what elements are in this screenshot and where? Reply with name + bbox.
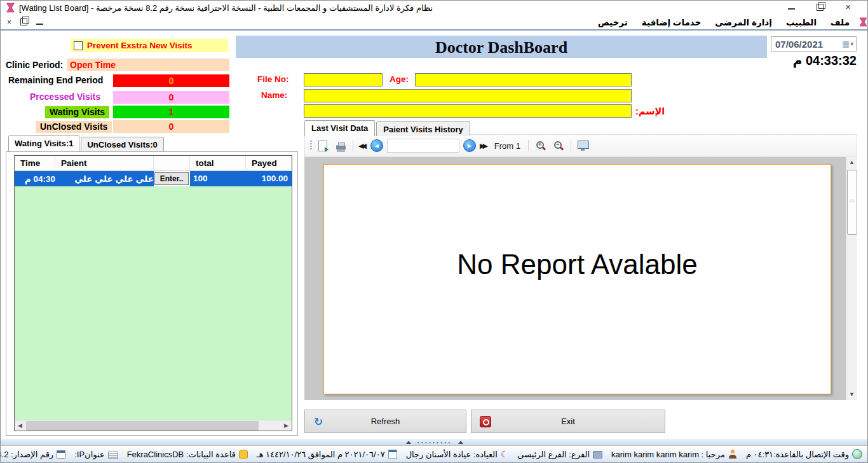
enter-visit-button[interactable]: Enter.. xyxy=(154,172,189,185)
status-ip-address: عنوانIP: xyxy=(74,450,118,459)
title-bar: [Wating List Board] - نظام فكرة لادارة ا… xyxy=(1,1,867,15)
menu-file[interactable]: ملف xyxy=(824,16,857,29)
window-title: [Wating List Board] - نظام فكرة لادارة ا… xyxy=(19,3,433,13)
collapse-arrow-icon xyxy=(458,441,463,444)
mdi-close-button[interactable]: × xyxy=(7,16,11,29)
menu-license[interactable]: ترخيص xyxy=(591,16,635,29)
cell-total[interactable]: 100 xyxy=(190,171,246,186)
file-no-label: File No: xyxy=(257,74,289,84)
waiting-visits-value: 1 xyxy=(113,106,229,118)
prevent-extra-visits-row: Prevent Exstra New Visits xyxy=(71,39,228,52)
minimize-button[interactable] xyxy=(788,1,795,15)
tab-waiting-visits[interactable]: Wating Visits:1 xyxy=(8,135,79,151)
cell-visit-time[interactable]: 04:30 م xyxy=(15,171,55,186)
remaining-end-period-label: Remaining End Period xyxy=(8,75,103,85)
status-version: رقم الإصدار: 8.2 xyxy=(0,450,65,459)
mdi-restore-button[interactable] xyxy=(20,15,27,29)
export-report-button[interactable] xyxy=(316,139,330,153)
page-title: Doctor DashBoard xyxy=(236,36,767,58)
col-header-action xyxy=(154,156,190,171)
last-page-button[interactable]: ▶▶ xyxy=(480,142,488,150)
tab-unclosed-visits[interactable]: UnClosed Visits:0 xyxy=(81,137,163,151)
next-page-button[interactable]: ▶ xyxy=(463,139,476,152)
remaining-end-period-value: 0 xyxy=(113,74,229,87)
prevent-extra-visits-label: Prevent Exstra New Visits xyxy=(87,41,193,50)
clinic-period-value: Open Time xyxy=(67,59,229,71)
tab-patient-visits-history[interactable]: Paient Visits History xyxy=(376,121,470,136)
scroll-left-arrow[interactable]: ◀ xyxy=(15,420,25,431)
table-empty-body xyxy=(15,186,292,420)
splitter-handle[interactable]: ......... xyxy=(377,439,492,445)
col-header-payed: Payed xyxy=(246,156,292,171)
printer-icon xyxy=(336,145,346,149)
no-report-message: No Report Avalable xyxy=(324,249,831,280)
status-clinic: ☾ العياده: عيادة الأسنان رجال xyxy=(406,450,509,459)
app-hourglass-icon xyxy=(6,3,15,13)
table-horizontal-scrollbar[interactable]: ◀ ▶ xyxy=(15,420,292,431)
date-value: 07/06/2021 xyxy=(771,39,842,50)
menu-items: ملف الطبيب إدارة المرضى خدمات إضافية ترخ… xyxy=(582,16,867,29)
scroll-up-arrow[interactable]: ▲ xyxy=(846,157,857,168)
clinic-period-label: Clinic Period: xyxy=(6,60,63,70)
zoom-in-button[interactable]: + xyxy=(534,139,548,153)
restore-button[interactable] xyxy=(817,1,824,15)
toolbar-separator xyxy=(528,140,529,151)
export-icon xyxy=(318,141,327,151)
zoom-in-icon: + xyxy=(536,141,546,151)
page-number-input[interactable] xyxy=(387,139,459,153)
date-picker[interactable]: 07/06/2021 ▦ ▾ xyxy=(771,36,857,52)
previous-page-button[interactable]: ◀ xyxy=(370,139,383,152)
refresh-button[interactable]: ↻ Refresh xyxy=(304,410,466,433)
network-icon xyxy=(108,452,118,459)
prevent-extra-visits-checkbox[interactable] xyxy=(74,41,83,50)
refresh-button-label: Refresh xyxy=(371,417,400,426)
print-report-button[interactable] xyxy=(334,139,348,153)
report-tabstrip: Last Visit Data Paient Visits History xyxy=(304,120,471,136)
processed-visits-label: Prccessed Visits xyxy=(30,92,100,102)
status-date: ٢٠٢١/٠٦/٠٧ م الموافق ١٤٤٢/١٠/٢٦ هـ xyxy=(257,450,397,459)
menu-bar: × ملف الطبيب إدارة المرضى خدمات إضافية ت… xyxy=(1,15,867,31)
exit-button[interactable]: Exit xyxy=(471,410,665,433)
scroll-thumb[interactable] xyxy=(26,421,259,431)
zoom-out-icon: − xyxy=(554,141,564,151)
menu-doctor[interactable]: الطبيب xyxy=(779,16,824,29)
cell-payed[interactable]: 100.00 xyxy=(246,171,292,186)
name-input[interactable] xyxy=(304,89,632,102)
report-viewer: No Report Avalable ▲ ▼ xyxy=(304,157,857,400)
status-database: قاعدة البيانات: FekraClinicsDB xyxy=(127,450,248,459)
unclosed-visits-value: 0 xyxy=(113,120,229,133)
cell-patient-name[interactable]: علي علي علي علي xyxy=(55,171,154,186)
first-page-button[interactable]: ◀◀ xyxy=(358,142,367,150)
branch-icon xyxy=(593,451,602,459)
tab-last-visit-data[interactable]: Last Visit Data xyxy=(304,120,375,136)
col-header-time: Time xyxy=(15,156,55,171)
monitor-icon xyxy=(578,141,589,149)
report-page: No Report Avalable xyxy=(323,164,831,394)
waiting-visits-label: Wating Visits xyxy=(45,106,109,118)
exit-button-label: Exit xyxy=(561,417,575,426)
status-bar: وقت الإتصال بالقاعدة:٠٤:٣١ م مرحبا : kar… xyxy=(1,445,867,463)
report-vertical-scrollbar[interactable]: ▲ ▼ xyxy=(846,157,857,400)
scroll-right-arrow[interactable]: ▶ xyxy=(281,420,292,431)
zoom-out-button[interactable]: − xyxy=(552,139,566,153)
file-no-input[interactable] xyxy=(304,73,383,86)
status-welcome-user: مرحبا : karim karim karim karim xyxy=(611,450,737,459)
visits-tab-page: Time Paient total Payed 04:30 م علي علي … xyxy=(6,151,298,436)
scroll-down-arrow[interactable]: ▼ xyxy=(846,389,857,400)
fullscreen-button[interactable] xyxy=(576,139,590,153)
panel-splitter: ......... xyxy=(1,438,867,445)
age-input[interactable] xyxy=(415,73,632,86)
age-label: Age: xyxy=(390,74,409,84)
arabic-name-input[interactable] xyxy=(304,104,632,118)
scroll-thumb[interactable] xyxy=(847,170,857,235)
name-label: Name: xyxy=(261,90,287,100)
mdi-minimize-button[interactable] xyxy=(36,16,43,29)
splitter-dots: ......... xyxy=(417,439,452,443)
power-icon xyxy=(480,416,491,427)
menu-patient-management[interactable]: إدارة المرضى xyxy=(708,16,779,29)
refresh-icon: ↻ xyxy=(314,415,323,428)
menu-extra-services[interactable]: خدمات إضافية xyxy=(635,16,709,29)
close-button[interactable]: × xyxy=(845,1,851,15)
calendar-icon xyxy=(388,450,397,459)
calendar-icon: ▦ xyxy=(842,39,849,48)
